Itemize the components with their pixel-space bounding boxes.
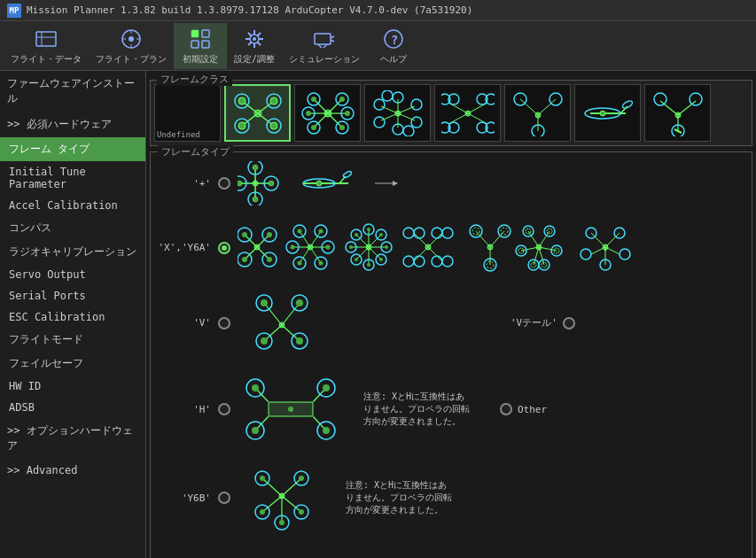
svg-line-76 — [398, 113, 415, 120]
svg-point-280 — [299, 476, 304, 481]
svg-point-141 — [242, 257, 247, 262]
radio-v[interactable] — [218, 317, 230, 329]
frame-row-y6b: 'Y6B' — [158, 462, 744, 533]
svg-line-103 — [660, 101, 678, 115]
svg-point-42 — [270, 122, 277, 129]
svg-point-281 — [260, 509, 265, 515]
simulation-icon — [312, 27, 337, 51]
sidebar-item-failsafe[interactable]: フェイルセーフ — [0, 352, 145, 376]
radio-plus[interactable] — [218, 177, 230, 190]
toolbar-btn-flight-plan[interactable]: フライト・プラン — [89, 23, 174, 69]
frame-label-y6b: 'Y6B' — [158, 492, 211, 504]
svg-point-61 — [339, 125, 345, 130]
toolbar-btn-initial-setup[interactable]: 初期設定 — [174, 23, 227, 69]
toolbar-btn-simulation[interactable]: シミュレーション — [282, 23, 367, 69]
svg-point-198 — [432, 256, 442, 267]
frame-label-plus: '+' — [158, 178, 211, 190]
sidebar-item-adsb[interactable]: ADSB — [0, 397, 145, 418]
vtail-label: 'Vテール' — [510, 316, 557, 329]
frame-thumb-hexa[interactable] — [294, 84, 361, 142]
svg-point-283 — [279, 520, 284, 525]
svg-line-48 — [314, 113, 328, 128]
frame-thumb-tri[interactable] — [644, 84, 711, 142]
sidebar-item-required-hw[interactable]: >> 必須ハードウェア — [0, 112, 145, 137]
frame-label-x-y6a: 'X','Y6A' — [158, 242, 211, 253]
svg-point-252 — [261, 337, 268, 345]
sidebar-item-accel-cal[interactable]: Accel Calibration — [0, 195, 145, 216]
frame-thumb-y[interactable] — [504, 84, 571, 142]
svg-point-124 — [316, 181, 322, 186]
svg-line-92 — [538, 99, 556, 115]
svg-point-181 — [349, 245, 353, 249]
svg-line-45 — [328, 99, 342, 113]
svg-point-156 — [298, 229, 302, 234]
svg-point-59 — [345, 111, 350, 116]
svg-point-69 — [382, 90, 393, 101]
radio-other[interactable] — [500, 403, 512, 415]
sidebar-item-advanced[interactable]: >> Advanced — [0, 459, 145, 482]
svg-point-106 — [654, 93, 666, 105]
svg-text:?: ? — [391, 33, 398, 47]
svg-point-184 — [379, 233, 383, 236]
title-text: Mission Planner 1.3.82 build 1.3.8979.17… — [27, 4, 472, 16]
sidebar-item-esc-cal[interactable]: ESC Calibration — [0, 306, 145, 328]
svg-point-182 — [385, 245, 388, 249]
svg-line-243 — [282, 303, 300, 325]
svg-point-238 — [581, 249, 591, 260]
sidebar-item-radio-cal[interactable]: ラジオキャリブレーション — [0, 240, 145, 264]
simulation-label: シミュレーション — [289, 53, 360, 66]
sidebar-item-servo-output[interactable]: Servo Output — [0, 264, 145, 285]
frame-thumb-octa[interactable] — [364, 84, 431, 142]
svg-line-75 — [381, 113, 398, 120]
svg-line-230 — [591, 233, 605, 247]
svg-rect-0 — [36, 32, 56, 46]
svg-point-196 — [403, 256, 414, 267]
svg-line-213 — [521, 247, 539, 251]
svg-point-265 — [323, 384, 330, 391]
svg-line-271 — [262, 496, 282, 512]
sidebar-item-optional-hw[interactable]: >> オプションハードウェア — [0, 418, 145, 459]
svg-point-185 — [355, 258, 358, 261]
sidebar-item-flight-mode[interactable]: フライトモード — [0, 328, 145, 352]
flight-plan-icon — [119, 27, 144, 51]
svg-point-66 — [411, 99, 422, 110]
config-icon — [242, 27, 267, 51]
svg-point-57 — [339, 97, 345, 102]
sidebar-item-serial-ports[interactable]: Serial Ports — [0, 285, 145, 306]
svg-point-250 — [261, 299, 268, 306]
svg-point-264 — [252, 384, 259, 391]
radio-x-y6a[interactable] — [218, 242, 230, 254]
frame-class-container: Undefined — [150, 80, 752, 146]
toolbar: フライト・データ フライト・プラン 初期設定 — [0, 21, 756, 71]
svg-point-14 — [253, 37, 256, 41]
flight-data-icon — [34, 27, 58, 51]
warning-y6b: 注意: XとHに互換性はありません。プロペラの回転方向が変更されました。 — [342, 476, 457, 520]
svg-rect-11 — [191, 41, 199, 48]
frame-thumb-undefined[interactable]: Undefined — [154, 84, 221, 142]
sidebar-item-firmware[interactable]: ファームウェアインストール — [0, 71, 145, 112]
svg-line-21 — [258, 33, 261, 36]
svg-rect-9 — [191, 30, 199, 37]
sidebar-item-initial-tune[interactable]: Initial Tune Parameter — [0, 161, 145, 195]
sidebar-item-hw-id[interactable]: HW ID — [0, 376, 145, 397]
sidebar-item-compass[interactable]: コンパス — [0, 216, 145, 240]
radio-h[interactable] — [218, 403, 230, 415]
svg-point-279 — [260, 476, 265, 481]
frame-thumb-octa-quad[interactable] — [434, 84, 501, 142]
svg-point-122 — [269, 181, 274, 186]
config-label: 設定/調整 — [234, 53, 275, 66]
frame-thumb-quad-x[interactable] — [224, 84, 291, 142]
svg-marker-129 — [393, 181, 398, 186]
toolbar-btn-help[interactable]: ? ヘルプ — [367, 23, 420, 69]
svg-line-73 — [381, 106, 398, 113]
toolbar-btn-flight-data[interactable]: フライト・データ — [4, 23, 89, 69]
svg-point-161 — [319, 261, 323, 266]
sidebar-item-frame-type[interactable]: フレーム タイプ — [0, 137, 145, 161]
svg-line-272 — [282, 496, 301, 512]
radio-vtail[interactable] — [563, 317, 575, 329]
radio-y6b[interactable] — [218, 492, 230, 504]
frame-type-label: フレームタイプ — [158, 145, 233, 159]
frame-thumb-heli[interactable] — [574, 84, 641, 142]
svg-point-60 — [311, 125, 316, 130]
toolbar-btn-config[interactable]: 設定/調整 — [227, 23, 282, 69]
